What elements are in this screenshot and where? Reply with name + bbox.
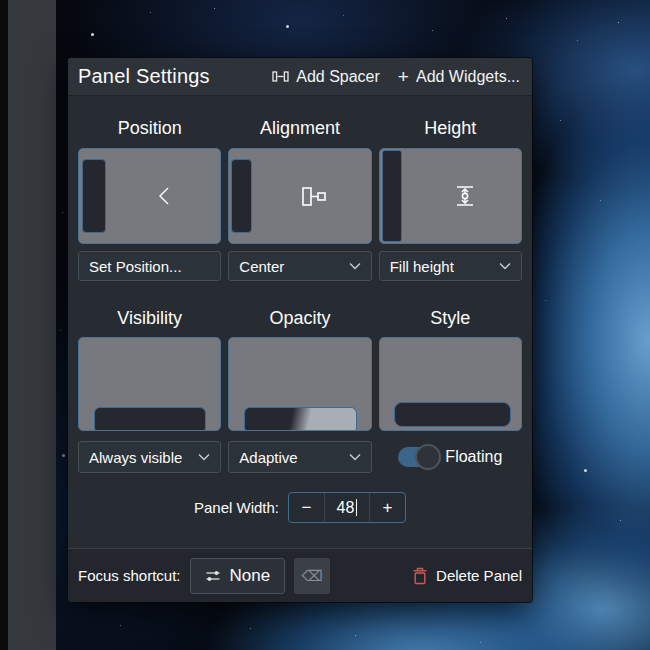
alignment-value: Center bbox=[239, 258, 284, 275]
left-panel-strip[interactable] bbox=[0, 0, 56, 650]
dialog-header: Panel Settings Add Spacer + Add Widgets.… bbox=[68, 58, 532, 96]
style-panel-bar bbox=[394, 402, 511, 427]
opacity-section-label: Opacity bbox=[228, 308, 371, 329]
chevron-down-icon bbox=[349, 262, 361, 270]
opacity-value: Adaptive bbox=[239, 449, 297, 466]
visibility-combobox[interactable]: Always visible bbox=[78, 441, 221, 473]
height-value: Fill height bbox=[390, 258, 454, 275]
add-widgets-label: Add Widgets... bbox=[416, 68, 520, 86]
desktop-wallpaper: Panel Settings Add Spacer + Add Widgets.… bbox=[0, 0, 650, 650]
style-section-label: Style bbox=[379, 308, 522, 329]
opacity-panel-bar bbox=[244, 407, 356, 430]
visibility-section-label: Visibility bbox=[78, 308, 221, 329]
set-position-button[interactable]: Set Position... bbox=[78, 251, 221, 281]
spacer-icon bbox=[272, 70, 289, 83]
panel-width-label: Panel Width: bbox=[194, 499, 279, 516]
panel-settings-dialog: Panel Settings Add Spacer + Add Widgets.… bbox=[68, 58, 532, 602]
preview-row-1 bbox=[78, 148, 522, 244]
visibility-value: Always visible bbox=[89, 449, 182, 466]
section-labels-row-1: Position Alignment Height bbox=[78, 114, 522, 142]
clear-shortcut-button[interactable]: ⌫ bbox=[294, 558, 330, 594]
preview-row-2 bbox=[78, 337, 522, 431]
plus-icon: + bbox=[398, 67, 409, 86]
sliders-icon bbox=[205, 568, 221, 584]
align-center-icon bbox=[259, 149, 370, 243]
panel-height-bar bbox=[382, 150, 402, 242]
panel-alignment-bar bbox=[231, 159, 252, 233]
controls-row-2: Always visible Adaptive Floating bbox=[78, 441, 522, 473]
height-preview[interactable] bbox=[379, 148, 522, 244]
opacity-preview[interactable] bbox=[228, 337, 371, 431]
chevron-down-icon bbox=[349, 453, 361, 461]
visibility-panel-bar bbox=[94, 407, 206, 430]
delete-panel-label: Delete Panel bbox=[436, 567, 522, 584]
controls-row-1: Set Position... Center Fill height bbox=[78, 251, 522, 281]
height-section-label: Height bbox=[379, 118, 522, 139]
chevron-down-icon bbox=[499, 262, 511, 270]
backspace-icon: ⌫ bbox=[302, 567, 323, 585]
dialog-title: Panel Settings bbox=[78, 65, 254, 88]
dialog-footer: Focus shortcut: None ⌫ Delete Panel bbox=[68, 548, 532, 602]
alignment-preview[interactable] bbox=[228, 148, 371, 244]
set-position-label: Set Position... bbox=[89, 258, 182, 275]
opacity-combobox[interactable]: Adaptive bbox=[228, 441, 371, 473]
alignment-section-label: Alignment bbox=[228, 118, 371, 139]
panel-width-spinbox: − 48 + bbox=[288, 492, 406, 523]
shortcut-value: None bbox=[230, 566, 271, 586]
floating-toggle[interactable] bbox=[398, 447, 438, 467]
position-section-label: Position bbox=[78, 118, 221, 139]
style-preview[interactable] bbox=[379, 337, 522, 431]
panel-width-value: 48 bbox=[337, 499, 355, 517]
section-labels-row-2: Visibility Opacity Style bbox=[78, 304, 522, 332]
shortcut-button[interactable]: None bbox=[190, 558, 286, 594]
add-spacer-label: Add Spacer bbox=[296, 68, 380, 86]
fill-height-icon bbox=[410, 149, 521, 243]
focus-shortcut-label: Focus shortcut: bbox=[78, 567, 181, 584]
add-widgets-button[interactable]: + Add Widgets... bbox=[398, 67, 520, 86]
panel-width-row: Panel Width: − 48 + bbox=[68, 492, 532, 523]
toggle-knob bbox=[415, 444, 441, 470]
alignment-combobox[interactable]: Center bbox=[228, 251, 371, 281]
panel-width-value-field[interactable]: 48 bbox=[324, 493, 370, 522]
delete-panel-button[interactable]: Delete Panel bbox=[412, 567, 522, 585]
increment-button[interactable]: + bbox=[370, 493, 405, 522]
chevron-down-icon bbox=[198, 453, 210, 461]
floating-label: Floating bbox=[445, 448, 502, 466]
decrement-button[interactable]: − bbox=[289, 493, 324, 522]
panel-position-bar bbox=[82, 159, 106, 233]
visibility-preview[interactable] bbox=[78, 337, 221, 431]
chevron-left-icon bbox=[109, 149, 220, 243]
text-caret bbox=[356, 499, 357, 516]
trash-icon bbox=[412, 567, 428, 585]
height-combobox[interactable]: Fill height bbox=[379, 251, 522, 281]
position-preview[interactable] bbox=[78, 148, 221, 244]
floating-toggle-cell: Floating bbox=[379, 441, 522, 473]
add-spacer-button[interactable]: Add Spacer bbox=[272, 68, 380, 86]
